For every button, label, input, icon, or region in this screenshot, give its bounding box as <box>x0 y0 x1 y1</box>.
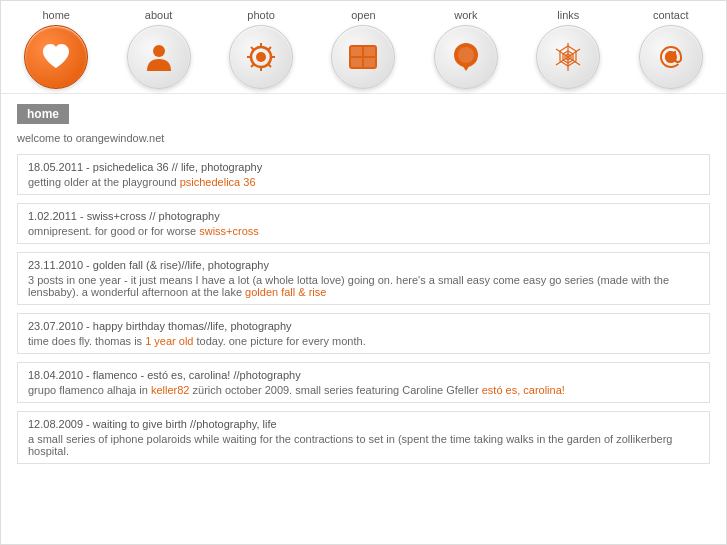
svg-point-0 <box>153 45 165 57</box>
nav-item-open[interactable]: open <box>318 9 408 89</box>
nav-label-contact: contact <box>653 9 688 21</box>
nav-circle-about <box>127 25 191 89</box>
page-title: home <box>17 104 69 124</box>
window-icon <box>345 39 381 75</box>
post-title-4: 23.07.2010 - happy birthday thomas//life… <box>28 320 699 332</box>
nav-label-open: open <box>351 9 375 21</box>
nav-item-home[interactable]: home <box>11 9 101 89</box>
svg-point-20 <box>458 47 474 63</box>
post-excerpt-2: omnipresent. for good or for worse swiss… <box>28 225 699 237</box>
post-excerpt-4: time does fly. thomas is 1 year old toda… <box>28 335 699 347</box>
post-entry-1: 18.05.2011 - psichedelica 36 // life, ph… <box>17 154 710 195</box>
person-icon <box>141 39 177 75</box>
post-link-5a[interactable]: keller82 <box>151 384 190 396</box>
nav-label-work: work <box>454 9 477 21</box>
post-title-5: 18.04.2010 - flamenco - estó es, carolin… <box>28 369 699 381</box>
svg-rect-15 <box>364 47 375 56</box>
nav-circle-links <box>536 25 600 89</box>
post-title-1: 18.05.2011 - psichedelica 36 // life, ph… <box>28 161 699 173</box>
nav-label-photo: photo <box>247 9 275 21</box>
nav-label-links: links <box>557 9 579 21</box>
nav-label-home: home <box>42 9 70 21</box>
welcome-text: welcome to orangewindow.net <box>17 132 710 144</box>
at-icon <box>653 39 689 75</box>
main-content: home welcome to orangewindow.net 18.05.2… <box>1 94 726 488</box>
post-entry-4: 23.07.2010 - happy birthday thomas//life… <box>17 313 710 354</box>
navigation: home about photo <box>1 1 726 94</box>
post-title-3: 23.11.2010 - golden fall (& rise)//life,… <box>28 259 699 271</box>
post-excerpt-3: 3 posts in one year - it just means I ha… <box>28 274 699 298</box>
post-excerpt-1: getting older at the playground psichede… <box>28 176 699 188</box>
svg-marker-19 <box>462 65 470 71</box>
post-link-4[interactable]: 1 year old <box>145 335 193 347</box>
post-link-5b[interactable]: estó es, carolina! <box>482 384 565 396</box>
nav-circle-home <box>24 25 88 89</box>
post-link-1[interactable]: psichedelica 36 <box>180 176 256 188</box>
post-title-6: 12.08.2009 - waiting to give birth //pho… <box>28 418 699 430</box>
nav-item-photo[interactable]: photo <box>216 9 306 89</box>
nav-label-about: about <box>145 9 173 21</box>
svg-line-9 <box>251 64 254 67</box>
nav-circle-open <box>331 25 395 89</box>
post-link-3[interactable]: golden fall & rise <box>245 286 326 298</box>
nav-item-contact[interactable]: contact <box>626 9 716 89</box>
svg-point-2 <box>256 52 266 62</box>
svg-rect-14 <box>351 47 362 56</box>
post-link-2[interactable]: swiss+cross <box>199 225 259 237</box>
nav-item-links[interactable]: links <box>523 9 613 89</box>
post-entry-6: 12.08.2009 - waiting to give birth //pho… <box>17 411 710 464</box>
nav-circle-contact <box>639 25 703 89</box>
svg-line-10 <box>268 64 271 67</box>
speech-icon <box>448 39 484 75</box>
svg-rect-16 <box>351 58 362 67</box>
nav-item-work[interactable]: work <box>421 9 511 89</box>
post-excerpt-5: grupo flamenco alhaja in keller82 zürich… <box>28 384 699 396</box>
svg-line-8 <box>268 47 271 50</box>
svg-rect-17 <box>364 58 375 67</box>
post-entry-5: 18.04.2010 - flamenco - estó es, carolin… <box>17 362 710 403</box>
web-icon <box>550 39 586 75</box>
svg-line-7 <box>251 47 254 50</box>
nav-item-about[interactable]: about <box>114 9 204 89</box>
post-entry-2: 1.02.2011 - swiss+cross // photography o… <box>17 203 710 244</box>
post-excerpt-6: a small series of iphone polaroids while… <box>28 433 699 457</box>
heart-icon <box>39 40 73 74</box>
post-title-2: 1.02.2011 - swiss+cross // photography <box>28 210 699 222</box>
nav-circle-work <box>434 25 498 89</box>
post-entry-3: 23.11.2010 - golden fall (& rise)//life,… <box>17 252 710 305</box>
camera-icon <box>243 39 279 75</box>
nav-circle-photo <box>229 25 293 89</box>
